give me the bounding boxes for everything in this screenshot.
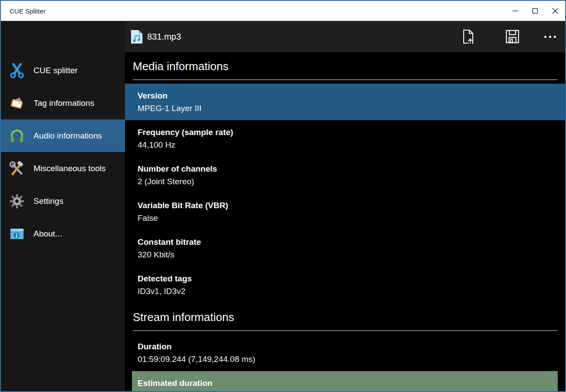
sidebar: CUE splitter	[1, 21, 125, 391]
row-label: Detected tags	[138, 272, 565, 285]
window-title: CUE Splitter	[10, 7, 46, 15]
hamburger-zone	[1, 21, 125, 52]
minimize-icon	[505, 1, 525, 21]
section-separator	[133, 79, 557, 80]
row-label: Version	[138, 89, 565, 102]
title-bar: CUE Splitter	[1, 1, 565, 21]
row-label: Number of channels	[138, 162, 565, 175]
info-row-duration[interactable]: Duration 01:59:09.244 (7,149,244.08 ms)	[125, 335, 565, 371]
sidebar-item-label: Settings	[34, 196, 64, 206]
music-file-icon	[131, 30, 143, 44]
sidebar-item-label: Tag informations	[34, 98, 94, 108]
section-separator	[133, 330, 557, 331]
sidebar-item-cue-splitter[interactable]: CUE splitter	[1, 54, 125, 87]
app-body: CUE splitter	[1, 21, 565, 391]
more-button[interactable]	[541, 28, 559, 45]
row-value: False	[138, 212, 565, 224]
row-value: 44,100 Hz	[138, 139, 565, 151]
row-value: 320 Kbit/s	[138, 248, 565, 261]
sidebar-nav: CUE splitter	[1, 54, 125, 250]
section-title-media: Media informations	[133, 57, 565, 75]
open-file-button[interactable]	[460, 28, 477, 45]
info-panel: Media informations Version MPEG-1 Layer …	[125, 52, 565, 391]
sidebar-item-label: Audio informations	[34, 131, 102, 141]
tools-icon	[9, 161, 25, 176]
about-icon	[9, 226, 25, 242]
sidebar-item-audio-informations[interactable]: Audio informations	[1, 119, 125, 152]
row-label: Duration	[138, 340, 565, 353]
row-value: 2 (Joint Stereo)	[138, 175, 565, 188]
info-row-frequency[interactable]: Frequency (sample rate) 44,100 Hz	[125, 120, 565, 157]
row-value: ID3v1, ID3v2	[138, 285, 565, 297]
sidebar-item-label: CUE splitter	[34, 66, 77, 75]
info-row-vbr[interactable]: Variable Bit Rate (VBR) False	[125, 193, 565, 230]
row-label: Constant bitrate	[138, 236, 565, 248]
stream-info-rows: Duration 01:59:09.244 (7,149,244.08 ms) …	[125, 335, 565, 391]
minimize-button[interactable]	[505, 1, 525, 21]
file-header-bar: 831.mp3	[125, 21, 565, 52]
scissors-icon	[9, 63, 25, 78]
sidebar-item-about[interactable]: About...	[1, 217, 125, 250]
sidebar-item-miscellaneous-tools[interactable]: Miscellaneous tools	[1, 152, 125, 185]
maximize-icon	[525, 1, 545, 21]
close-button[interactable]	[545, 1, 565, 21]
open-file-icon	[461, 29, 476, 44]
sidebar-item-tag-informations[interactable]: Tag informations	[1, 87, 125, 119]
maximize-button[interactable]	[525, 1, 545, 21]
tags-icon	[9, 95, 25, 111]
row-label: Frequency (sample rate)	[138, 126, 565, 139]
close-icon	[545, 1, 565, 21]
row-label: Variable Bit Rate (VBR)	[138, 199, 565, 212]
row-value: MPEG-1 Layer III	[138, 102, 565, 115]
app-window: CUE Splitter	[0, 0, 566, 392]
sidebar-item-settings[interactable]: Settings	[1, 185, 125, 217]
sidebar-item-label: About...	[34, 229, 62, 239]
gear-icon	[9, 193, 25, 209]
info-row-channels[interactable]: Number of channels 2 (Joint Stereo)	[125, 157, 565, 193]
headphones-icon	[9, 128, 25, 144]
info-row-estimated-duration[interactable]: Estimated duration	[132, 371, 558, 391]
info-row-constant-bitrate[interactable]: Constant bitrate 320 Kbit/s	[125, 230, 565, 267]
media-info-rows: Version MPEG-1 Layer III Frequency (samp…	[125, 84, 565, 303]
loaded-filename: 831.mp3	[147, 32, 181, 42]
sidebar-item-label: Miscellaneous tools	[34, 164, 106, 173]
ellipsis-icon	[544, 36, 556, 38]
content-area: 831.mp3	[125, 21, 565, 391]
info-row-detected-tags[interactable]: Detected tags ID3v1, ID3v2	[125, 267, 565, 303]
row-label: Estimated duration	[138, 377, 558, 389]
save-button[interactable]	[504, 28, 521, 45]
section-title-stream: Stream informations	[133, 308, 565, 326]
save-icon	[505, 29, 520, 44]
info-row-version[interactable]: Version MPEG-1 Layer III	[125, 84, 565, 120]
row-value: 01:59:09.244 (7,149,244.08 ms)	[138, 353, 565, 365]
